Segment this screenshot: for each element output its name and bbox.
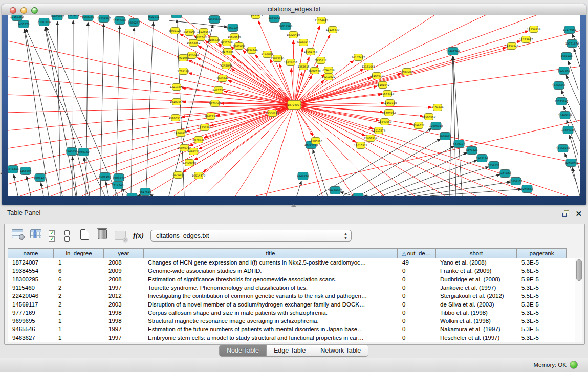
graph-node[interactable]: 9175685: [222, 49, 233, 55]
graph-node[interactable]: 10653287: [51, 15, 64, 20]
table-cell[interactable]: 0: [398, 275, 435, 283]
graph-node[interactable]: 7857224: [227, 24, 239, 32]
graph-node[interactable]: 9242848: [220, 62, 232, 69]
graph-node[interactable]: 8990448: [309, 68, 320, 74]
graph-node[interactable]: 8660123: [169, 28, 181, 34]
graph-node[interactable]: 8508127: [34, 174, 46, 182]
table-cell[interactable]: 5.3E-5: [517, 283, 567, 292]
table-cell[interactable]: 5.9E-5: [517, 275, 567, 283]
table-cell[interactable]: Investigating the contribution of common…: [143, 292, 398, 300]
column-header-short[interactable]: short: [435, 248, 517, 258]
graph-node[interactable]: 9245045: [565, 159, 577, 167]
panel-splitter-grip[interactable]: [291, 204, 296, 207]
table-cell[interactable]: 9115460: [8, 283, 54, 292]
table-cell[interactable]: Dudbridge et al. (2008): [435, 275, 517, 283]
table-cell[interactable]: de Silva et al. (2003): [435, 300, 517, 309]
graph-node[interactable]: 13864925: [561, 126, 575, 134]
table-cell[interactable]: 5.3E-5: [517, 309, 567, 317]
tab-node-table[interactable]: Node Table: [220, 345, 267, 356]
table-select-dropdown[interactable]: citations_edges.txt ▲▼: [150, 230, 352, 242]
table-cell[interactable]: 9699695: [8, 317, 54, 325]
graph-node[interactable]: 18438607: [329, 187, 342, 194]
graph-node[interactable]: 2718126: [177, 68, 189, 75]
table-cell[interactable]: Jankovic et al. (1997): [435, 283, 517, 292]
graph-node[interactable]: 9886237: [128, 19, 140, 27]
graph-node[interactable]: 12239567: [97, 15, 111, 23]
graph-node[interactable]: 19167262: [10, 15, 24, 21]
table-cell[interactable]: 1: [54, 325, 104, 333]
table-cell[interactable]: 5.3E-5: [517, 300, 567, 309]
table-cell[interactable]: 2009: [104, 267, 143, 275]
table-cell[interactable]: 14569117: [8, 300, 54, 309]
table-cell[interactable]: 2: [54, 283, 104, 292]
delete-trash-icon[interactable]: [98, 229, 110, 242]
table-cell[interactable]: 18724007: [8, 258, 54, 267]
table-cell[interactable]: 9777169: [8, 309, 54, 317]
graph-node[interactable]: 2260650: [66, 148, 77, 156]
graph-node[interactable]: 7425402: [172, 172, 184, 179]
table-cell[interactable]: Estimation of the future numbers of pati…: [143, 325, 398, 333]
graph-node[interactable]: 15751874: [565, 40, 579, 48]
graph-node[interactable]: 9474444: [466, 147, 478, 155]
graph-node[interactable]: 9901962: [177, 55, 189, 61]
graph-node[interactable]: 12104928: [556, 145, 570, 152]
function-builder-icon[interactable]: f(x): [133, 231, 145, 243]
table-cell[interactable]: 5.5E-5: [517, 292, 567, 300]
graph-node[interactable]: 9506540: [113, 174, 124, 182]
table-cell[interactable]: 9465546: [8, 325, 54, 333]
column-header-title[interactable]: title: [143, 248, 398, 258]
table-cell[interactable]: 2008: [104, 258, 143, 267]
table-cell[interactable]: 0: [398, 292, 435, 300]
graph-node[interactable]: 12093832: [552, 82, 565, 90]
table-cell[interactable]: 2: [54, 292, 104, 300]
table-cell[interactable]: 5.3E-5: [517, 258, 567, 267]
select-columns-icon[interactable]: ✓✓: [49, 230, 61, 243]
show-columns-icon[interactable]: [30, 229, 42, 242]
table-cell[interactable]: 0: [398, 300, 435, 309]
table-row[interactable]: 1830029562008Estimation of significance …: [8, 275, 579, 283]
float-panel-icon[interactable]: [562, 210, 569, 217]
network-canvas[interactable]: 1872400714055732009140619167262106532871…: [8, 15, 580, 196]
graph-node[interactable]: 7483083: [401, 69, 412, 75]
table-cell[interactable]: 6: [54, 275, 104, 283]
table-cell[interactable]: 0: [398, 283, 435, 292]
table-cell[interactable]: 0: [398, 267, 435, 275]
graph-node[interactable]: 2367608: [233, 43, 245, 50]
graph-node[interactable]: 10465318: [558, 112, 572, 119]
table-cell[interactable]: Disruption of a novel member of a sodium…: [143, 300, 398, 309]
memory-status-dot[interactable]: [570, 361, 578, 369]
table-cell[interactable]: 19384554: [8, 267, 54, 275]
graph-node[interactable]: 8813054: [268, 15, 280, 23]
graph-node[interactable]: 6794028: [322, 67, 334, 74]
table-cell[interactable]: Tibbo et al. (1998): [435, 309, 517, 317]
row-options-icon[interactable]: [64, 230, 77, 243]
close-panel-icon[interactable]: ✕: [575, 210, 582, 217]
table-cell[interactable]: Nakamura et al. (1997): [435, 325, 517, 333]
graph-node[interactable]: 16033809: [208, 16, 221, 24]
graph-node[interactable]: 18612172: [170, 15, 183, 18]
table-cell[interactable]: Franke et al. (2009): [435, 267, 517, 275]
table-row[interactable]: 1938455462009Genome-wide association stu…: [8, 267, 579, 275]
table-cell[interactable]: 2: [54, 300, 104, 309]
column-header-pagerank[interactable]: pagerank: [517, 248, 567, 258]
table-settings-icon[interactable]: [12, 229, 24, 242]
graph-node[interactable]: 20091406: [37, 18, 51, 26]
table-cell[interactable]: Corpus callosum shape and size in male p…: [143, 309, 398, 317]
table-cell[interactable]: Yano et al. (2008): [435, 258, 517, 267]
table-cell[interactable]: 5.3E-5: [517, 334, 567, 342]
table-cell[interactable]: 5.3E-5: [517, 317, 567, 325]
graph-node[interactable]: 7632621: [488, 162, 499, 169]
tab-edge-table[interactable]: Edge Table: [267, 345, 313, 356]
table-cell[interactable]: 1: [54, 258, 104, 267]
graph-node[interactable]: 3319408: [8, 166, 19, 173]
table-cell[interactable]: 1: [54, 309, 104, 317]
graph-node[interactable]: 2935114: [476, 155, 488, 162]
graph-node[interactable]: 16487794: [446, 48, 460, 55]
table-cell[interactable]: Structural magnetic resonance image aver…: [143, 317, 398, 325]
graph-node[interactable]: 2803144: [216, 75, 229, 82]
graph-node[interactable]: 8454749: [246, 47, 257, 54]
graph-node[interactable]: 1527602: [67, 15, 79, 19]
table-cell[interactable]: 1997: [104, 283, 143, 292]
table-cell[interactable]: 0: [398, 317, 435, 325]
graph-node[interactable]: 10654112: [509, 178, 522, 185]
